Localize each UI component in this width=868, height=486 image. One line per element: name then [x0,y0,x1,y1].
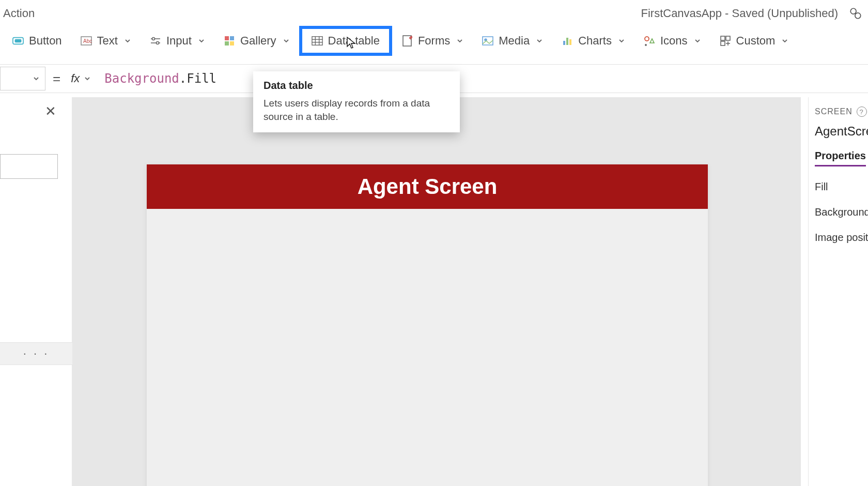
screen-preview[interactable]: Agent Screen [147,164,708,486]
app-save-state: FirstCanvasApp - Saved (Unpublished) [641,7,838,20]
svg-rect-3 [15,39,22,42]
insert-icons-label: Icons [660,34,688,48]
svg-rect-30 [721,41,725,45]
insert-ribbon: Button Abc Text Input Gallery Data table [0,27,868,55]
svg-point-8 [152,38,154,40]
canvas-area: Agent Screen [72,97,801,486]
property-background-image[interactable]: Background i [815,206,868,218]
svg-rect-13 [230,41,234,45]
chevron-down-icon [694,37,701,44]
insert-data-table[interactable]: Data table [305,30,386,52]
charts-icon [562,35,573,47]
chevron-down-icon [781,37,788,44]
tree-item-actions[interactable]: · · · [0,342,72,365]
insert-charts[interactable]: Charts [552,30,634,52]
help-icon[interactable]: ? [857,107,867,117]
insert-input[interactable]: Input [141,30,214,52]
input-icon [150,35,161,47]
screen-header: Agent Screen [147,164,708,209]
ribbon-tab-action[interactable]: Action [0,7,35,20]
custom-icon [720,35,731,47]
property-dropdown[interactable] [0,67,45,90]
svg-rect-12 [225,41,229,45]
insert-forms-label: Forms [418,34,450,48]
media-icon [482,35,493,47]
svg-rect-24 [569,39,571,45]
screen-header-title: Agent Screen [358,174,498,199]
button-icon [12,35,24,47]
forms-icon [401,35,413,47]
insert-media[interactable]: Media [473,30,552,52]
equals-sign: = [53,71,60,87]
mouse-cursor-icon [346,36,357,50]
properties-panel: SCREEN ? AgentScree Properties Fill Back… [808,97,868,486]
tooltip: Data table Lets users display records fr… [253,71,460,132]
chevron-down-icon [456,37,463,44]
properties-section-label: SCREEN ? [815,107,868,117]
properties-tab[interactable]: Properties [815,150,866,166]
formula-object: Background [104,71,179,86]
svg-rect-23 [566,38,568,45]
chevron-down-icon [283,37,290,44]
svg-text:Abc: Abc [83,38,92,44]
gallery-icon [224,35,235,47]
insert-text-label: Text [97,34,118,48]
insert-text[interactable]: Abc Text [71,30,141,52]
svg-rect-11 [230,36,234,40]
insert-media-label: Media [499,34,530,48]
svg-rect-10 [225,36,229,40]
insert-custom[interactable]: Custom [710,30,798,52]
text-icon: Abc [81,35,92,47]
svg-rect-28 [721,36,725,40]
insert-button-label: Button [29,34,62,48]
selected-control-name: AgentScree [815,124,868,139]
insert-icons[interactable]: Icons [634,30,710,52]
insert-input-label: Input [166,34,192,48]
data-table-icon [312,35,323,47]
tooltip-title: Data table [264,80,450,92]
tree-view-panel: ✕ · · · [0,97,72,486]
insert-gallery[interactable]: Gallery [214,30,299,52]
svg-rect-14 [312,37,322,45]
insert-custom-label: Custom [736,34,776,48]
svg-rect-29 [726,36,730,40]
highlighted-control: Data table [299,26,392,56]
svg-rect-22 [563,41,565,45]
chevron-down-icon [198,37,205,44]
insert-forms[interactable]: Forms [392,30,473,52]
formula-input[interactable]: Background.Fill [104,71,216,86]
close-panel-button[interactable]: ✕ [45,103,56,119]
insert-charts-label: Charts [578,34,612,48]
svg-rect-20 [483,37,493,45]
title-bar: Action FirstCanvasApp - Saved (Unpublish… [0,0,868,27]
chevron-down-icon [124,37,131,44]
insert-button[interactable]: Button [3,30,71,52]
formula-property: .Fill [179,71,216,86]
chevron-down-icon [536,37,543,44]
tree-search-input[interactable] [0,154,58,179]
insert-gallery-label: Gallery [240,34,276,48]
icons-icon [644,35,655,47]
fx-button[interactable]: fx [71,72,91,85]
tooltip-body: Lets users display records from a data s… [264,97,450,123]
svg-point-9 [156,42,159,44]
property-fill[interactable]: Fill [815,181,868,193]
svg-point-25 [645,37,649,41]
property-image-position[interactable]: Image positic [815,232,868,244]
app-checker-icon[interactable] [848,6,863,21]
chevron-down-icon [618,37,625,44]
ellipsis-icon: · · · [23,347,50,360]
